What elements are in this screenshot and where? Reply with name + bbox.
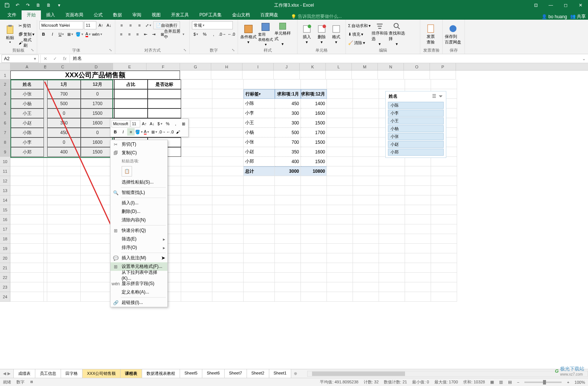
cell-J6[interactable]: 300 [275,118,301,128]
ctx-sort[interactable]: 排序(O)▸ [110,243,167,252]
cell-M8[interactable] [353,137,379,147]
cell-G22[interactable] [181,273,212,282]
cell-P2[interactable] [431,80,457,89]
cell-K19[interactable] [301,244,327,253]
cell-B18[interactable] [44,234,47,244]
cell-D11[interactable] [81,166,114,176]
cut-button[interactable]: ✂ 剪切 [19,22,35,30]
cell-L22[interactable] [327,273,353,282]
dec-decimal-icon[interactable]: ←.0 [227,30,235,38]
cell-B2[interactable] [44,80,47,89]
cell-G8[interactable] [181,137,212,147]
mini-decimal-inc-icon[interactable]: .0→ [158,128,166,136]
cell-C14[interactable] [47,195,81,205]
cell-J15[interactable] [275,205,301,215]
cell-N23[interactable] [379,282,405,292]
ctx-insert[interactable]: 插入(I)... [110,199,167,207]
mini-bold-icon[interactable]: B [112,128,119,136]
view-break-icon[interactable]: ▤ [508,380,512,385]
cell-J8[interactable]: 700 [275,137,301,147]
share-button[interactable]: 👥 共享 [570,13,586,20]
row-header-16[interactable]: 16 [0,215,10,224]
cell-D2[interactable]: 12月 [81,80,114,89]
cell-D9[interactable]: 1500 [81,147,114,157]
slicer-item-6[interactable]: 小郑 [388,149,444,156]
col-header-G[interactable]: G [180,63,211,70]
cell-L7[interactable] [327,128,353,137]
cell-J10[interactable]: 400 [275,157,301,166]
cell-C9[interactable]: 400 [47,147,81,157]
cell-H14[interactable] [212,195,244,205]
cell-C3[interactable]: 700 [47,89,81,99]
cell-O18[interactable] [405,234,431,244]
cell-I1[interactable] [242,71,274,80]
cell-J20[interactable] [275,253,301,263]
cell-K15[interactable] [301,205,327,215]
align-top-icon[interactable]: ≡ [118,21,126,29]
cell-C10[interactable] [47,157,81,166]
cell-J5[interactable]: 300 [275,108,301,118]
slicer-item-4[interactable]: 小张 [388,133,444,140]
tell-me-search[interactable]: 💡 告诉我您想要做什么... [291,13,342,20]
cell-M18[interactable] [353,234,379,244]
expand-formula-icon[interactable]: ⌄ [580,56,588,61]
cell-H9[interactable] [212,147,244,157]
cell-I10[interactable]: 小郑 [244,157,275,166]
col-header-C[interactable]: C [46,63,80,70]
row-header-1[interactable]: 1 [0,71,10,80]
cell-J24[interactable] [275,292,301,302]
cell-G19[interactable] [181,244,212,253]
cell-H18[interactable] [212,234,244,244]
cell-O12[interactable] [405,176,431,186]
cell-J23[interactable] [275,282,301,292]
cell-L11[interactable] [327,166,353,176]
cell-J14[interactable] [275,195,301,205]
cell-O1[interactable] [404,71,430,80]
col-header-I[interactable]: I [242,63,274,70]
cell-F5[interactable] [148,108,181,118]
select-all-corner[interactable] [0,63,10,70]
cell-M10[interactable] [353,157,379,166]
sheet-tab-数据透视表教程[interactable]: 数据透视表教程 [142,369,180,379]
cell-L20[interactable] [327,253,353,263]
cell-D10[interactable] [81,157,114,166]
cell-K11[interactable]: 10800 [301,166,327,176]
user-name[interactable]: 👤 bo huang [542,14,567,19]
cell-C23[interactable] [47,282,81,292]
cell-I13[interactable] [244,186,275,195]
row-header-3[interactable]: 3 [0,89,10,99]
cell-B7[interactable] [44,128,47,137]
cell-I19[interactable] [244,244,275,253]
cell-J9[interactable]: 350 [275,147,301,157]
slicer-item-3[interactable]: 小杨 [388,125,444,132]
cell-G1[interactable] [180,71,211,80]
add-sheet-icon[interactable]: ⊕ [291,371,300,376]
sheet-nav-next-icon[interactable]: ▶ [7,371,10,376]
qat-more-icon[interactable]: ▾ [54,1,64,9]
col-header-O[interactable]: O [404,63,430,70]
cell-N24[interactable] [379,292,405,302]
cell-N11[interactable] [379,166,405,176]
row-header-15[interactable]: 15 [0,205,10,215]
cell-G14[interactable] [181,195,212,205]
col-header-L[interactable]: L [326,63,352,70]
cell-K2[interactable] [301,80,327,89]
cell-G3[interactable] [181,89,212,99]
cell-D20[interactable] [81,253,114,263]
cell-K1[interactable] [300,71,326,80]
row-header-6[interactable]: 6 [0,118,10,128]
cell-C21[interactable] [47,263,81,273]
cell-O21[interactable] [405,263,431,273]
cell-H4[interactable] [212,99,244,108]
cell-H13[interactable] [212,186,244,195]
cell-K13[interactable] [301,186,327,195]
row-header-19[interactable]: 19 [0,244,10,253]
cell-B22[interactable] [44,273,47,282]
slicer-item-0[interactable]: 小陈 [388,102,444,109]
cell-H15[interactable] [212,205,244,215]
cell-E3[interactable] [114,89,148,99]
cell-O17[interactable] [405,224,431,234]
cell-H11[interactable] [212,166,244,176]
mini-decimal-dec-icon[interactable]: ←.0 [166,128,174,136]
mini-italic-icon[interactable]: I [119,128,127,136]
